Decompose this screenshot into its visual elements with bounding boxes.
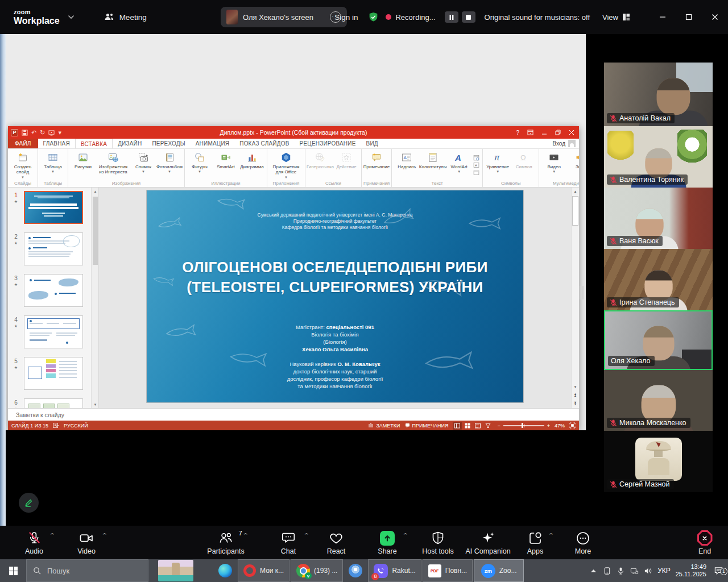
participant-tile-vasyuk[interactable]: Ваня Васюк [604, 188, 713, 249]
ribbon-button-video[interactable]: Видео▼ [541, 150, 567, 180]
ribbon-button-comment[interactable]: Примечание [363, 150, 390, 180]
slide-scrollbar[interactable]: ▲ ▼ ▲▲ ▼▼ [571, 188, 579, 408]
ppt-tab-дизайн[interactable]: ДИЗАЙН [113, 139, 147, 148]
scroll-down-icon[interactable]: ▼ [92, 401, 99, 408]
pause-recording-button[interactable] [445, 11, 458, 23]
microphone-icon[interactable] [617, 567, 625, 575]
zoom-percentage[interactable]: 47% [555, 423, 565, 429]
taskbar-search[interactable] [26, 559, 148, 582]
toolbar-ai-companion-button[interactable]: AI Companion [461, 526, 515, 559]
participant-tile-khekalo[interactable]: Оля Хекало [604, 310, 713, 370]
previous-slide-icon[interactable]: ▲▲ [572, 391, 579, 399]
scroll-up-icon[interactable]: ▲ [92, 188, 99, 195]
redo-icon[interactable]: ↻ [40, 130, 45, 136]
device-icon[interactable] [603, 567, 611, 575]
language-indicator[interactable]: УКР [657, 567, 671, 575]
tab-meeting[interactable]: Meeting [104, 13, 147, 22]
taskbar-app-edge[interactable] [213, 559, 237, 582]
slide-canvas[interactable]: Сумський державний педагогічний універси… [99, 188, 571, 408]
ribbon-button-office-apps[interactable]: Приложения для Office▼ [269, 150, 303, 180]
ribbon-button-wordart[interactable]: AWordArt▼ [446, 150, 472, 180]
spell-check-icon[interactable] [53, 422, 59, 429]
toolbar-chat-button[interactable]: ⌃Chat [264, 526, 312, 559]
maximize-button[interactable] [676, 0, 702, 34]
toolbar-react-button[interactable]: React [313, 526, 359, 559]
taskbar-app-opera[interactable]: Мои к... [238, 559, 289, 582]
toolbar-apps-button[interactable]: ⌃Apps [514, 526, 557, 559]
ppt-tab-анимация[interactable]: АНИМАЦИЯ [191, 139, 235, 148]
ribbon-button-table[interactable]: Таблица▼ [40, 150, 66, 180]
ppt-restore-icon[interactable] [555, 130, 561, 135]
notification-center-button[interactable]: 1 [712, 566, 723, 576]
taskbar-clock[interactable]: 13:49 25.11.2025 [676, 563, 706, 578]
ribbon-button-shapes[interactable]: Фигуры▼ [187, 150, 213, 180]
slide-thumbnail-2[interactable] [24, 232, 83, 265]
chevron-up-icon[interactable]: ⌃ [303, 533, 310, 538]
ppt-close-icon[interactable] [569, 130, 574, 135]
taskbar-app-pdf[interactable]: PDFПовн... [423, 559, 473, 582]
slide-thumbnail-1[interactable] [24, 191, 83, 224]
object-icon[interactable] [473, 169, 479, 176]
taskbar-app-chromium[interactable] [344, 559, 367, 582]
ppt-tab-переходы[interactable]: ПЕРЕХОДЫ [147, 139, 190, 148]
thumbnail-scrollbar[interactable]: ▲ ▼ [91, 188, 98, 408]
next-slide-icon[interactable]: ▼▼ [572, 400, 579, 408]
chevron-up-icon[interactable]: ⌃ [101, 533, 108, 538]
comments-toggle-button[interactable]: ПРИМЕЧАНИЯ [405, 423, 449, 429]
taskbar-app-news-widget[interactable] [148, 559, 203, 582]
annotate-button[interactable] [19, 493, 39, 513]
chevron-up-icon[interactable]: ⌃ [548, 533, 555, 538]
toolbar-more-button[interactable]: More [560, 526, 606, 559]
fit-slide-to-window-icon[interactable] [569, 422, 576, 429]
slide-sorter-view-button[interactable] [463, 422, 472, 430]
zoom-in-button[interactable]: + [547, 423, 550, 429]
minimize-button[interactable] [650, 0, 676, 34]
ppt-help-icon[interactable]: ? [516, 130, 519, 136]
close-button[interactable] [702, 0, 728, 34]
toolbar-participants-button[interactable]: 7⌃Participants [200, 526, 251, 559]
language-indicator[interactable]: РУССКИЙ [64, 423, 88, 429]
view-button[interactable]: View [602, 13, 630, 22]
ribbon-button-header-footer[interactable]: Колонтитулы [420, 150, 446, 180]
toolbar-host-tools-button[interactable]: Host tools [413, 526, 463, 559]
ribbon-button-textbox[interactable]: AНадпись [394, 150, 420, 180]
ribbon-button-pictures[interactable]: Рисунки [70, 150, 96, 180]
scroll-down-icon[interactable]: ▼ [572, 383, 579, 391]
slide-number-icon[interactable]: # [473, 162, 479, 168]
chevron-up-icon[interactable]: ⌃ [49, 533, 56, 538]
ppt-account[interactable]: Вход [552, 139, 579, 148]
ppt-tab-показ-слайдов[interactable]: ПОКАЗ СЛАЙДОВ [234, 139, 294, 148]
participant-tile-vakal[interactable]: Анатолій Вакал [604, 63, 713, 126]
zoom-out-button[interactable]: − [497, 423, 500, 429]
search-input[interactable] [27, 560, 148, 581]
date-time-icon[interactable] [473, 155, 479, 161]
chevron-up-icon[interactable]: ⌃ [242, 533, 249, 538]
hidden-icons-chevron[interactable] [589, 567, 598, 575]
ribbon-display-icon[interactable] [527, 130, 533, 135]
undo-icon[interactable]: ↶ [31, 130, 36, 136]
ppt-tab-вид[interactable]: ВИД [361, 139, 383, 148]
slide-thumbnail-3[interactable] [24, 274, 83, 307]
chevron-up-icon[interactable]: ⌃ [402, 533, 409, 538]
taskbar-app-viber[interactable]: 8Rakut... [368, 559, 421, 582]
ribbon-button-smartart[interactable]: SmartArt [213, 150, 239, 180]
ribbon-button-equation[interactable]: πУравнение▼ [485, 150, 511, 180]
slide-thumbnail-5[interactable] [24, 357, 83, 390]
ribbon-button-online-pictures[interactable]: Изображения из Интернета [96, 150, 130, 180]
scrollbar-thumb[interactable] [93, 197, 98, 265]
shared-screen-pill[interactable]: Оля Хекало's screen ··· [221, 7, 347, 27]
participant-tile-maznoi[interactable]: Сергей Мазной [604, 431, 713, 492]
scrollbar-thumb[interactable] [572, 196, 578, 226]
toolbar-end-button[interactable]: End [686, 526, 723, 559]
ribbon-button-photo-album[interactable]: Фотоальбом▼ [156, 150, 183, 180]
notes-toggle-button[interactable]: ЗАМЕТКИ [368, 423, 400, 429]
ppt-minimize-icon[interactable] [541, 130, 547, 135]
ppt-tab-главная[interactable]: ГЛАВНАЯ [38, 139, 75, 148]
sign-in-link[interactable]: Sign in [334, 13, 358, 22]
network-icon[interactable] [630, 567, 639, 575]
original-sound-status[interactable]: Original sound for musicians: off [485, 13, 590, 22]
zoom-slider-thumb[interactable] [522, 423, 523, 428]
ribbon-button-audio[interactable]: Звук▼ [567, 150, 579, 180]
slide-1[interactable]: Сумський державний педагогічний універси… [147, 190, 523, 402]
save-icon[interactable] [22, 130, 28, 136]
